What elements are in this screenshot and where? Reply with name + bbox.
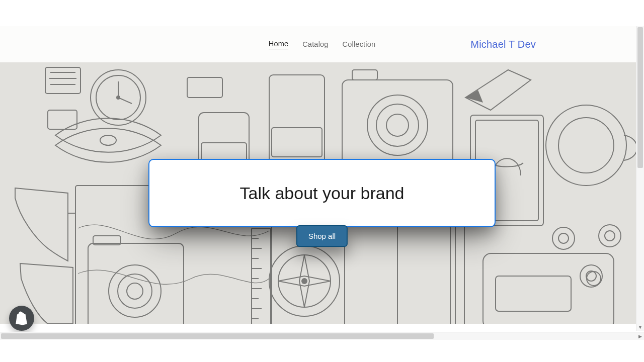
- svg-rect-47: [252, 228, 271, 324]
- svg-point-19: [376, 104, 419, 146]
- svg-point-43: [109, 265, 161, 317]
- scroll-right-arrow[interactable]: ▶: [636, 332, 644, 340]
- svg-rect-21: [352, 70, 377, 80]
- nav-link-home[interactable]: Home: [269, 40, 288, 49]
- svg-point-45: [127, 283, 143, 299]
- primary-nav: Home Catalog Collection: [269, 40, 376, 49]
- nav-link-catalog[interactable]: Catalog: [302, 40, 328, 48]
- horizontal-scrollbar[interactable]: ◀ ▶: [0, 332, 644, 340]
- browser-top-strip: [0, 0, 644, 26]
- svg-rect-32: [483, 253, 614, 324]
- svg-point-25: [558, 118, 614, 173]
- svg-point-34: [587, 272, 601, 286]
- svg-point-9: [116, 96, 120, 100]
- svg-point-44: [118, 274, 152, 308]
- vertical-scrollbar[interactable]: ▼: [636, 26, 644, 331]
- svg-rect-0: [45, 67, 80, 94]
- scroll-down-arrow[interactable]: ▼: [636, 325, 644, 330]
- svg-line-8: [118, 98, 132, 104]
- brand-name[interactable]: Michael T Dev: [470, 39, 536, 50]
- svg-point-29: [605, 231, 615, 241]
- shopify-badge[interactable]: [9, 306, 34, 331]
- svg-point-10: [100, 135, 116, 145]
- hero-banner: Talk about your brand Shop all: [0, 62, 644, 324]
- svg-rect-1: [48, 110, 77, 129]
- shopify-icon: [15, 311, 28, 325]
- nav-link-collection[interactable]: Collection: [343, 40, 376, 48]
- svg-rect-14: [187, 77, 222, 98]
- svg-point-26: [552, 227, 575, 249]
- horizontal-scrollbar-thumb[interactable]: [1, 333, 434, 339]
- viewport: Home Catalog Collection Michael T Dev: [0, 0, 644, 362]
- vertical-scrollbar-thumb[interactable]: [637, 27, 643, 168]
- svg-rect-33: [496, 276, 571, 311]
- svg-point-37: [301, 278, 307, 284]
- hero-panel: Talk about your brand: [148, 159, 496, 227]
- svg-point-27: [558, 233, 569, 243]
- svg-point-28: [599, 225, 621, 247]
- shop-all-button[interactable]: Shop all: [296, 225, 348, 247]
- browser-bottom-strip: [0, 340, 644, 362]
- svg-rect-40: [455, 218, 464, 324]
- hero-headline: Talk about your brand: [240, 184, 405, 203]
- site-header: Home Catalog Collection Michael T Dev: [0, 26, 644, 62]
- svg-rect-16: [272, 128, 322, 157]
- svg-point-20: [386, 114, 409, 136]
